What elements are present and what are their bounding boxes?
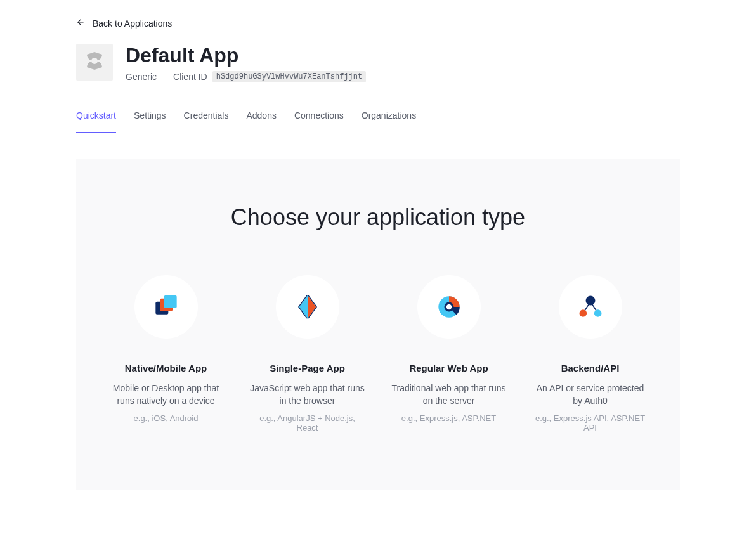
shield-icon — [84, 51, 105, 74]
type-card-spa[interactable]: Single-Page App JavaScript web app that … — [243, 275, 372, 432]
tab-connections[interactable]: Connections — [294, 110, 344, 133]
tab-addons[interactable]: Addons — [246, 110, 276, 133]
svg-rect-4 — [164, 295, 176, 308]
type-desc: An API or service protected by Auth0 — [531, 382, 649, 407]
tabs: Quickstart Settings Credentials Addons C… — [76, 110, 680, 133]
svg-point-12 — [446, 304, 451, 309]
type-card-backend-api[interactable]: Backend/API An API or service protected … — [526, 275, 655, 432]
type-title: Native/Mobile App — [107, 363, 225, 373]
quickstart-panel: Choose your application type Native/Mobi… — [76, 159, 680, 490]
type-desc: Traditional web app that runs on the ser… — [389, 382, 508, 407]
svg-point-16 — [579, 309, 587, 317]
tab-settings[interactable]: Settings — [134, 110, 166, 133]
svg-point-1 — [91, 58, 98, 64]
type-title: Backend/API — [531, 363, 649, 373]
type-title: Regular Web App — [389, 363, 508, 373]
tab-quickstart[interactable]: Quickstart — [76, 110, 116, 133]
web-app-icon — [417, 275, 481, 339]
client-id-label: Client ID — [173, 72, 207, 82]
tab-organizations[interactable]: Organizations — [362, 110, 416, 133]
client-id-value[interactable]: hSdgd9huGSyVlwHvvWu7XEanTshfjjnt — [212, 71, 366, 82]
app-logo — [76, 44, 113, 81]
type-example: e.g., Express.js API, ASP.NET API — [531, 413, 649, 432]
type-example: e.g., iOS, Android — [107, 413, 225, 423]
svg-point-15 — [585, 296, 595, 306]
api-icon — [559, 275, 622, 339]
app-title: Default App — [126, 44, 680, 67]
app-type-label: Generic — [126, 72, 157, 82]
panel-heading: Choose your application type — [101, 204, 655, 231]
type-title: Single-Page App — [248, 363, 367, 373]
type-desc: Mobile or Desktop app that runs natively… — [107, 382, 225, 407]
app-header: Default App Generic Client ID hSdgd9huGS… — [76, 44, 680, 82]
type-example: e.g., Express.js, ASP.NET — [389, 413, 508, 423]
back-link-label: Back to Applications — [93, 18, 172, 29]
type-card-regular-web[interactable]: Regular Web App Traditional web app that… — [384, 275, 513, 432]
type-desc: JavaScript web app that runs in the brow… — [248, 382, 367, 407]
app-type-grid: Native/Mobile App Mobile or Desktop app … — [101, 275, 655, 432]
tab-credentials[interactable]: Credentials — [184, 110, 229, 133]
svg-point-17 — [594, 309, 601, 317]
spa-icon — [276, 275, 339, 339]
native-app-icon — [134, 275, 198, 339]
arrow-left-icon — [76, 18, 85, 29]
type-card-native[interactable]: Native/Mobile App Mobile or Desktop app … — [101, 275, 230, 432]
back-to-applications-link[interactable]: Back to Applications — [76, 18, 172, 29]
type-example: e.g., AngularJS + Node.js, React — [248, 413, 367, 432]
